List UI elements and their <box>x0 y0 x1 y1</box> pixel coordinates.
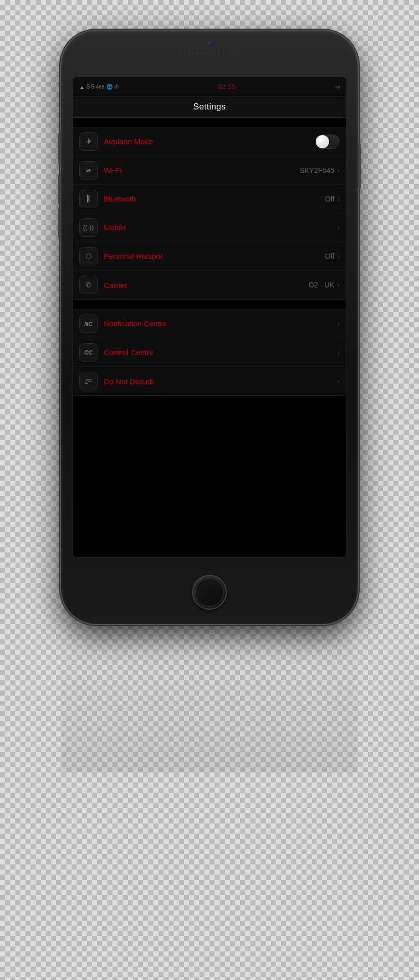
settings-row-airplane-mode[interactable]: ✈ Airplane Mode <box>73 127 346 156</box>
signal-icon: ▲ <box>79 84 84 90</box>
wifi-label: Wi-Fi <box>104 166 300 174</box>
settings-row-do-not-disturb[interactable]: Zzz Do Not Disturb › <box>73 367 346 395</box>
nav-bar: Settings <box>73 97 346 118</box>
wifi-value: SKY2F545 <box>300 166 335 174</box>
settings-row-notification-centre[interactable]: NC Notification Centre › <box>73 309 346 338</box>
carrier-chevron: › <box>337 281 340 289</box>
call-icon: ✆ <box>114 84 119 90</box>
personal-hotspot-value: Off <box>325 252 334 260</box>
airplane-symbol: ✈ <box>85 137 92 146</box>
mobile-chevron: › <box>337 224 340 232</box>
bluetooth-value: Off <box>325 195 334 203</box>
mobile-label: Mobile <box>104 223 337 232</box>
notification-centre-icon: NC <box>79 315 98 333</box>
front-camera-area <box>179 40 240 55</box>
settings-row-wifi[interactable]: ≋ Wi-Fi SKY2F545 › <box>73 156 346 185</box>
status-bar: ▲ S·S·4ea 🌐 ✆ 02:15 ▭ <box>73 77 346 97</box>
carrier-icon: ✆ <box>79 276 98 294</box>
do-not-disturb-label: Do Not Disturb <box>104 377 337 386</box>
section-spacer-1 <box>73 118 346 127</box>
control-centre-chevron: › <box>337 348 340 357</box>
do-not-disturb-chevron: › <box>337 377 340 385</box>
home-button[interactable] <box>192 575 227 610</box>
status-right: ▭ <box>335 84 340 90</box>
front-camera <box>206 40 213 47</box>
airplane-mode-toggle[interactable] <box>315 135 340 149</box>
phone-symbol: ✆ <box>85 281 91 289</box>
airplane-mode-icon: ✈ <box>79 132 98 151</box>
home-button-area[interactable] <box>192 575 227 610</box>
settings-row-control-centre[interactable]: CC Control Centre › <box>73 338 346 367</box>
nc-symbol: NC <box>84 321 92 327</box>
settings-content: ✈ Airplane Mode ≋ Wi-Fi SKY2F545 <box>73 118 346 556</box>
settings-row-mobile[interactable]: ((·)) Mobile › <box>73 213 346 242</box>
hotspot-icon: ⬡ <box>79 247 98 265</box>
wifi-chevron: › <box>337 166 340 174</box>
carrier-label: Carrier <box>104 281 309 289</box>
control-centre-label: Control Centre <box>104 348 337 357</box>
carrier-text: S·S·4ea <box>86 84 105 90</box>
notification-centre-label: Notification Centre <box>104 319 337 328</box>
home-button-inner <box>195 578 224 607</box>
bluetooth-label: Bluetooth <box>104 194 325 203</box>
hotspot-symbol: ⬡ <box>86 252 91 260</box>
status-time: 02:15 <box>218 83 236 91</box>
airplane-mode-label: Airplane Mode <box>104 137 315 146</box>
settings-row-bluetooth[interactable]: ᛒ Bluetooth Off › <box>73 185 346 213</box>
control-centre-icon: CC <box>79 343 98 362</box>
settings-group-connectivity: ✈ Airplane Mode ≋ Wi-Fi SKY2F545 <box>73 127 346 300</box>
personal-hotspot-chevron: › <box>337 252 340 260</box>
section-spacer-2 <box>73 300 346 309</box>
wifi-icon: ≋ <box>79 161 98 180</box>
mobile-icon: ((·)) <box>79 218 98 237</box>
settings-group-notifications: NC Notification Centre › CC Control Cent… <box>73 309 346 396</box>
section-spacer-3 <box>73 396 346 405</box>
settings-row-carrier[interactable]: ✆ Carrier O2 - UK › <box>73 271 346 299</box>
phone-shell: ▲ S·S·4ea 🌐 ✆ 02:15 ▭ Settings <box>61 31 358 624</box>
reflection-visual <box>61 629 358 772</box>
personal-hotspot-label: Personal Hotspot <box>104 252 325 260</box>
phone-screen: ▲ S·S·4ea 🌐 ✆ 02:15 ▭ Settings <box>73 77 346 558</box>
settings-row-personal-hotspot[interactable]: ⬡ Personal Hotspot Off › <box>73 242 346 271</box>
bluetooth-chevron: › <box>337 195 340 203</box>
speaker-grille <box>179 51 240 55</box>
nav-title: Settings <box>73 102 346 112</box>
zzz-symbol: Zzz <box>85 377 92 385</box>
globe-symbol: ((·)) <box>83 224 94 231</box>
wifi-symbol: ≋ <box>85 166 91 174</box>
bt-symbol: ᛒ <box>86 194 91 204</box>
carrier-value: O2 - UK <box>309 281 335 289</box>
toggle-knob <box>316 135 329 148</box>
do-not-disturb-icon: Zzz <box>79 372 98 390</box>
cc-symbol: CC <box>84 349 92 355</box>
bluetooth-icon: ᛒ <box>79 190 98 208</box>
wifi-status-icon: 🌐 <box>106 84 112 90</box>
notification-centre-chevron: › <box>337 320 340 328</box>
status-left: ▲ S·S·4ea 🌐 ✆ <box>79 84 119 90</box>
battery-icon: ▭ <box>335 84 340 90</box>
phone-reflection <box>61 624 358 767</box>
